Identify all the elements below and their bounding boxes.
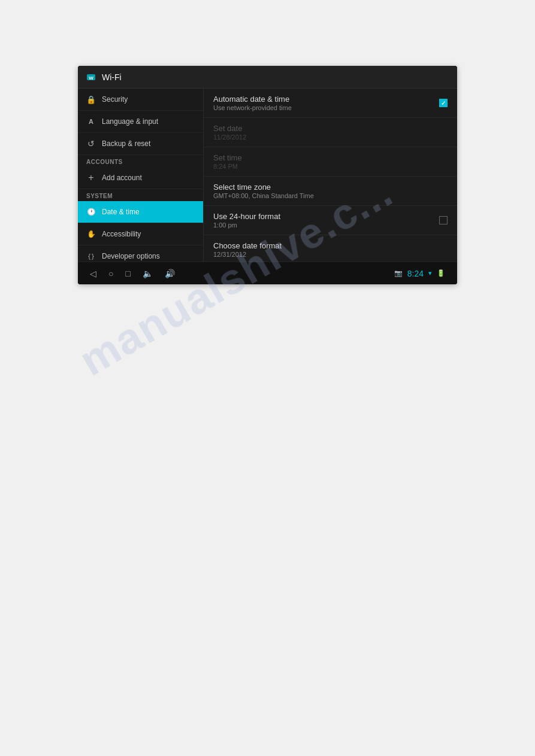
setting-date-format-subtitle: 12/31/2012 (213, 251, 448, 258)
wifi-icon: W (85, 71, 97, 83)
vol-up-button[interactable]: 🔊 (165, 269, 175, 278)
setting-set-time-subtitle: 8:24 PM (213, 163, 448, 170)
sidebar-item-developer[interactable]: {} Developer options (78, 245, 203, 262)
screenshot-icon: 📷 (394, 269, 403, 277)
sidebar-item-accessibility-label: Accessibility (102, 230, 141, 238)
sidebar-item-backup[interactable]: ↺ Backup & reset (78, 133, 203, 155)
backup-icon: ↺ (86, 139, 96, 148)
setting-timezone-text: Select time zone GMT+08:00, China Standa… (213, 183, 448, 199)
setting-auto-date-time-title: Automatic date & time (213, 95, 439, 104)
device-screen: W Wi-Fi 🔒 Security A Language & input ↺ … (78, 66, 457, 284)
setting-timezone-subtitle: GMT+08:00, China Standard Time (213, 192, 448, 199)
sidebar-item-add-account[interactable]: + Add account (78, 167, 203, 189)
wifi-status-icon: ▾ (428, 269, 432, 277)
setting-24hr-title: Use 24-hour format (213, 212, 439, 221)
setting-auto-date-time-text: Automatic date & time Use network-provid… (213, 95, 439, 111)
sidebar: 🔒 Security A Language & input ↺ Backup &… (78, 89, 204, 262)
setting-set-time-text: Set time 8:24 PM (213, 153, 448, 170)
setting-set-date-text: Set date 11/28/2012 (213, 124, 448, 141)
clock-icon: 🕐 (86, 207, 96, 217)
system-section-label: SYSTEM (78, 189, 203, 201)
setting-auto-date-time-subtitle: Use network-provided time (213, 104, 439, 111)
setting-date-format-title: Choose date format (213, 241, 448, 250)
accounts-section-label: ACCOUNTS (78, 155, 203, 167)
home-button[interactable]: ○ (108, 269, 113, 278)
sidebar-item-date-time[interactable]: 🕐 Date & time (78, 201, 203, 223)
setting-set-date-subtitle: 11/28/2012 (213, 133, 448, 141)
back-button[interactable]: ◁ (90, 269, 96, 278)
nav-bar: ◁ ○ □ 🔈 🔊 📷 8:24 ▾ 🔋 (78, 262, 457, 284)
setting-row-date-format[interactable]: Choose date format 12/31/2012 (204, 235, 457, 262)
setting-set-date-title: Set date (213, 124, 448, 133)
setting-row-timezone[interactable]: Select time zone GMT+08:00, China Standa… (204, 177, 457, 206)
nav-left-controls: ◁ ○ □ 🔈 🔊 (90, 269, 175, 278)
accessibility-icon: ✋ (86, 229, 96, 239)
language-icon: A (86, 117, 96, 126)
setting-row-set-date: Set date 11/28/2012 (204, 118, 457, 147)
svg-text:W: W (89, 75, 93, 81)
setting-row-auto-date-time[interactable]: Automatic date & time Use network-provid… (204, 89, 457, 118)
status-time: 8:24 (407, 269, 424, 278)
content-area: 🔒 Security A Language & input ↺ Backup &… (78, 89, 457, 262)
nav-right-status: 📷 8:24 ▾ 🔋 (394, 269, 445, 278)
setting-24hr-subtitle: 1:00 pm (213, 221, 439, 229)
auto-date-time-checkbox[interactable] (439, 99, 448, 107)
setting-row-set-time: Set time 8:24 PM (204, 147, 457, 177)
lock-icon: 🔒 (86, 95, 96, 104)
sidebar-item-developer-label: Developer options (102, 252, 160, 260)
sidebar-item-security-label: Security (102, 95, 128, 104)
sidebar-item-backup-label: Backup & reset (102, 139, 150, 148)
sidebar-item-date-time-label: Date & time (102, 208, 140, 216)
sidebar-item-language-label: Language & input (102, 117, 158, 126)
sidebar-item-accessibility[interactable]: ✋ Accessibility (78, 223, 203, 245)
top-bar-title: Wi-Fi (102, 72, 122, 82)
main-panel: Automatic date & time Use network-provid… (204, 89, 457, 262)
setting-date-format-text: Choose date format 12/31/2012 (213, 241, 448, 258)
battery-icon: 🔋 (437, 269, 445, 277)
sidebar-item-add-account-label: Add account (102, 174, 142, 182)
recents-button[interactable]: □ (125, 269, 130, 278)
add-icon: + (86, 173, 96, 183)
top-bar: W Wi-Fi (78, 66, 457, 89)
setting-set-time-title: Set time (213, 153, 448, 162)
sidebar-item-language[interactable]: A Language & input (78, 111, 203, 133)
vol-down-button[interactable]: 🔈 (143, 269, 153, 278)
setting-row-24hr[interactable]: Use 24-hour format 1:00 pm (204, 206, 457, 235)
developer-icon: {} (86, 251, 96, 261)
setting-timezone-title: Select time zone (213, 183, 448, 192)
setting-24hr-text: Use 24-hour format 1:00 pm (213, 212, 439, 229)
24hr-checkbox[interactable] (439, 216, 448, 224)
sidebar-item-security[interactable]: 🔒 Security (78, 89, 203, 111)
